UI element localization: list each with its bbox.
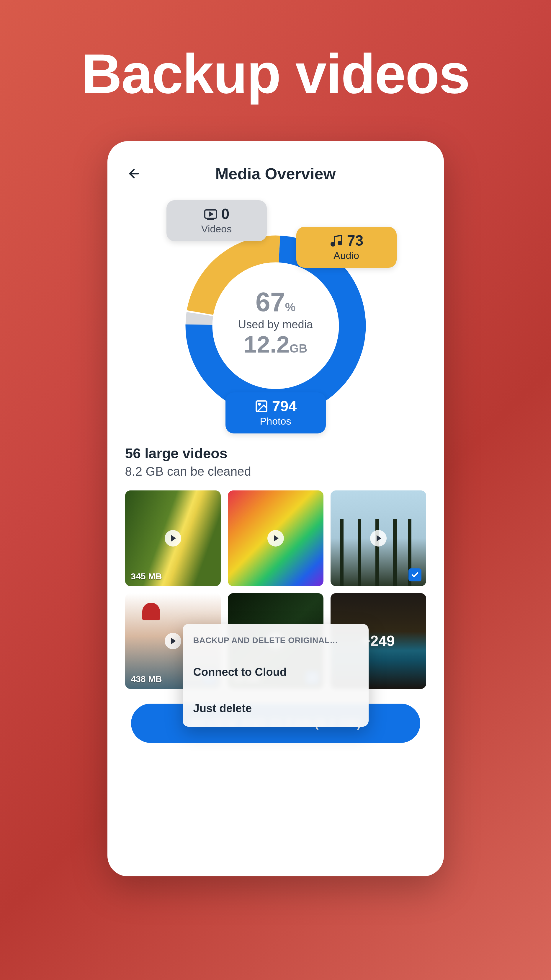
svg-point-10 (259, 403, 260, 405)
badge-videos-count: 0 (221, 207, 230, 221)
popup-connect-cloud[interactable]: Connect to Cloud (183, 654, 368, 690)
thumb-size-label: 438 MB (131, 674, 162, 684)
promo-headline: Backup videos (81, 41, 470, 106)
app-header: Media Overview (119, 159, 432, 188)
badge-photos-count: 794 (272, 399, 297, 414)
video-thumb[interactable]: 345 MB (125, 490, 221, 586)
image-icon (254, 399, 268, 414)
phone-frame: Media Overview 67% Used by media 12.2GB (108, 141, 444, 877)
thumb-size-label: 345 MB (131, 571, 162, 581)
badge-photos-label: Photos (260, 415, 291, 427)
badge-audio-count: 73 (347, 233, 364, 248)
svg-point-8 (338, 241, 342, 245)
music-icon (329, 234, 343, 248)
chart-percent-sign: % (285, 301, 296, 313)
chart-percent-value: 67 (256, 287, 285, 317)
video-thumb[interactable] (228, 490, 324, 586)
back-button[interactable] (125, 165, 143, 183)
badge-videos[interactable]: 0 Videos (167, 200, 267, 241)
badge-photos[interactable]: 794 Photos (225, 392, 326, 433)
play-icon (370, 530, 387, 547)
badge-audio[interactable]: 73 Audio (296, 227, 397, 268)
svg-point-7 (331, 242, 335, 246)
check-icon (411, 571, 419, 579)
svg-marker-5 (210, 212, 213, 216)
video-thumb[interactable] (330, 490, 426, 586)
chart-size-unit: GB (289, 342, 307, 355)
chart-size-value: 12.2 (244, 331, 290, 358)
play-icon (267, 530, 284, 547)
media-donut-chart: 67% Used by media 12.2GB 0 Videos (169, 200, 382, 416)
thumb-checkbox[interactable] (408, 568, 421, 581)
play-icon (165, 530, 181, 547)
section-title: 56 large videos (125, 445, 426, 461)
chart-center-stats: 67% Used by media 12.2GB (217, 289, 335, 358)
popup-just-delete[interactable]: Just delete (183, 690, 368, 727)
play-icon (165, 633, 181, 649)
badge-videos-label: Videos (201, 223, 232, 235)
section-subtitle: 8.2 GB can be cleaned (125, 465, 426, 479)
backup-action-popup: BACKUP AND DELETE ORIGINAL… Connect to C… (183, 624, 368, 727)
arrow-left-icon (127, 167, 141, 181)
chart-subtitle: Used by media (217, 318, 335, 331)
badge-audio-label: Audio (333, 250, 359, 261)
popup-header: BACKUP AND DELETE ORIGINAL… (183, 624, 368, 654)
page-title: Media Overview (215, 164, 335, 183)
video-icon (204, 207, 218, 221)
